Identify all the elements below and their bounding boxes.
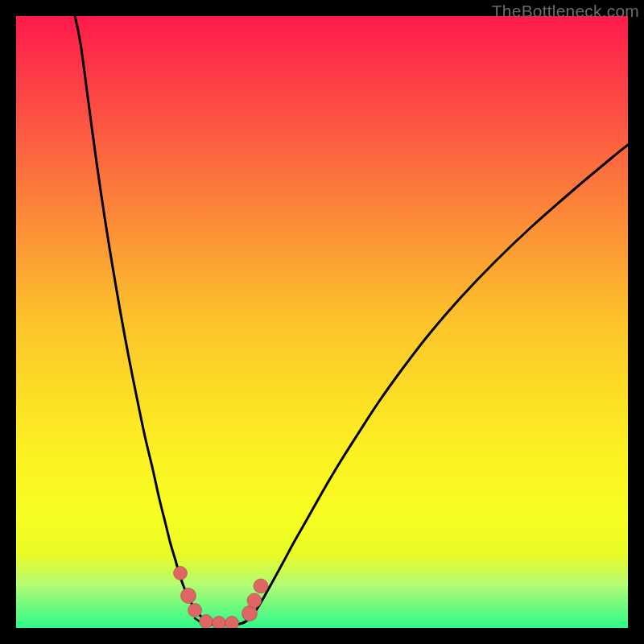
data-marker-2 <box>188 604 202 617</box>
data-marker-8 <box>254 579 268 593</box>
chart-frame <box>16 16 628 628</box>
watermark-text: TheBottleneck.com <box>492 2 639 21</box>
data-marker-4 <box>213 617 226 629</box>
data-marker-0 <box>174 567 188 580</box>
data-marker-1 <box>181 588 196 604</box>
data-marker-7 <box>247 593 262 608</box>
bottleneck-chart <box>16 16 628 628</box>
gradient-background <box>16 16 628 628</box>
data-marker-6 <box>242 606 258 621</box>
data-marker-3 <box>200 615 213 629</box>
data-marker-5 <box>225 617 239 629</box>
